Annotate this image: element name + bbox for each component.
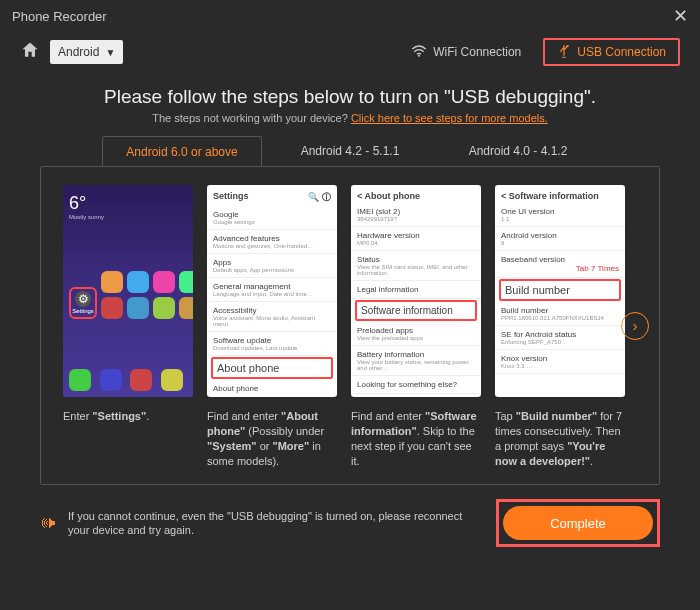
gear-icon (75, 291, 91, 307)
wifi-icon (411, 45, 427, 60)
settings-app-highlight: Settings (69, 287, 97, 319)
caption-3: Find and enter "Software information". S… (351, 409, 481, 468)
page-heading: Please follow the steps below to turn on… (40, 86, 660, 108)
next-arrow-button[interactable]: › (621, 312, 649, 340)
steps-panel: 6° Mostly sunny Settings (40, 166, 660, 485)
step-2: Settings🔍 ⓘ GoogleGoogle settings Advanc… (207, 185, 337, 468)
tab-android-42[interactable]: Android 4.2 - 5.1.1 (270, 136, 430, 166)
toolbar: Android ▼ WiFi Connection USB Connection (0, 32, 700, 72)
svg-point-0 (418, 54, 420, 56)
close-icon[interactable]: ✕ (673, 5, 688, 27)
step-1: 6° Mostly sunny Settings (63, 185, 193, 424)
footer-message: If you cannot continue, even the "USB de… (68, 509, 484, 539)
usb-connection-button[interactable]: USB Connection (543, 38, 680, 66)
page-subheading: The steps not working with your device? … (40, 112, 660, 124)
usb-icon (557, 44, 571, 61)
step-3: < About phone IMEI (slot 2)38429919719? … (351, 185, 481, 468)
mock-software-info: < Software information One UI version1.1… (495, 185, 625, 397)
caption-1: Enter "Settings". (63, 409, 193, 424)
more-models-link[interactable]: Click here to see steps for more models. (351, 112, 548, 124)
home-icon[interactable] (20, 40, 40, 64)
tab-android-40[interactable]: Android 4.0 - 4.1.2 (438, 136, 598, 166)
mock-homescreen: 6° Mostly sunny Settings (63, 185, 193, 397)
complete-button[interactable]: Complete (503, 506, 653, 540)
chevron-down-icon: ▼ (105, 47, 115, 58)
tab-android-6[interactable]: Android 6.0 or above (102, 136, 262, 166)
tabs: Android 6.0 or above Android 4.2 - 5.1.1… (40, 136, 660, 166)
titlebar: Phone Recorder ✕ (0, 0, 700, 32)
complete-highlight: Complete (496, 499, 660, 547)
footer: 🕪 If you cannot continue, even the "USB … (0, 485, 700, 547)
mock-settings-list: Settings🔍 ⓘ GoogleGoogle settings Advanc… (207, 185, 337, 397)
caption-2: Find and enter "About phone" (Possibly u… (207, 409, 337, 468)
wifi-label: WiFi Connection (433, 45, 521, 59)
usb-label: USB Connection (577, 45, 666, 59)
mock-about-phone: < About phone IMEI (slot 2)38429919719? … (351, 185, 481, 397)
caption-4: Tap "Build number" for 7 times consecuti… (495, 409, 625, 468)
volume-icon: 🕪 (40, 514, 56, 532)
window-title: Phone Recorder (12, 9, 107, 24)
step-4: < Software information One UI version1.1… (495, 185, 625, 468)
wifi-connection-button[interactable]: WiFi Connection (399, 38, 533, 66)
platform-selected: Android (58, 45, 99, 59)
platform-dropdown[interactable]: Android ▼ (50, 40, 123, 64)
